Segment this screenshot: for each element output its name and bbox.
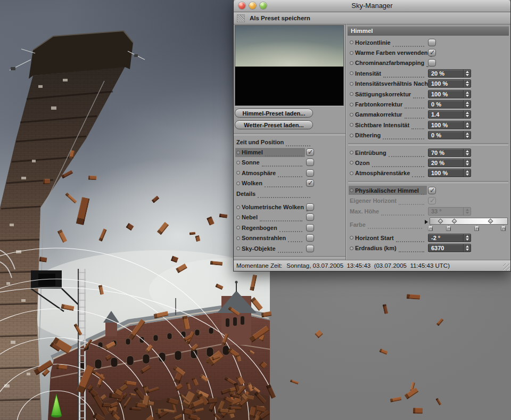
arrow-up-icon[interactable] xyxy=(466,112,469,114)
arrow-down-icon[interactable] xyxy=(466,105,469,107)
warme-farben-verwenden-checkbox[interactable] xyxy=(428,49,436,56)
arrow-up-icon[interactable] xyxy=(466,122,469,125)
physikalischer-himmel-checkbox[interactable] xyxy=(428,187,436,194)
farbtonkorrektur-stepper[interactable]: 0 % xyxy=(428,100,471,109)
load-weather-preset-button[interactable]: Wetter-Preset laden... xyxy=(235,120,313,129)
stepper-arrows[interactable] xyxy=(463,101,471,108)
param-row-farbtonkorrektur[interactable]: Farbtonkorrektur0 % xyxy=(347,99,509,109)
arrow-down-icon[interactable] xyxy=(466,126,469,128)
saettigungskorrektur-stepper[interactable]: 100 % xyxy=(428,90,471,98)
param-row-intensitaet[interactable]: Intensität20 % xyxy=(347,68,509,78)
expand-arrow-icon[interactable] xyxy=(425,220,428,224)
horizontlinie-checkbox[interactable] xyxy=(428,39,436,46)
resize-grip[interactable] xyxy=(503,263,510,270)
horizont-start-stepper[interactable]: -2 ° xyxy=(428,234,471,242)
param-row-horizont-start[interactable]: Horizont Start-2 ° xyxy=(347,233,509,243)
nebel-checkbox[interactable] xyxy=(306,213,314,221)
param-row-warme-farben-verwenden[interactable]: Warme Farben verwenden xyxy=(347,47,509,57)
stepper-arrows[interactable] xyxy=(463,169,471,177)
param-row-intensitaetsverhaeltnis-nacht[interactable]: Intensitätsverhältnis Nacht100 % xyxy=(347,79,509,89)
arrow-up-icon[interactable] xyxy=(466,160,469,162)
sonne-checkbox[interactable] xyxy=(306,159,314,166)
erdradius-stepper[interactable]: 6370 xyxy=(428,244,471,252)
gammakorrektur-stepper[interactable]: 1.4 xyxy=(428,110,471,119)
arrow-up-icon[interactable] xyxy=(466,150,469,152)
param-row-max-hoehe[interactable]: Max. Höhe33 ° xyxy=(347,206,509,216)
sidebar-item-regenbogen[interactable]: Regenbogen xyxy=(234,223,345,233)
arrow-up-icon[interactable] xyxy=(466,133,469,135)
atmosphaerenstaerke-stepper[interactable]: 100 % xyxy=(428,169,471,177)
param-row-physikalischer-himmel[interactable]: Physikalischer Himmel xyxy=(347,185,509,195)
eintruebung-stepper[interactable]: 70 % xyxy=(428,149,471,157)
sidebar-item-sonne[interactable]: Sonne xyxy=(234,158,345,168)
param-row-chrominanzfarbmapping[interactable]: Chrominanzfarbmapping xyxy=(347,58,509,68)
close-button[interactable] xyxy=(238,2,245,9)
param-row-sichtbare-intensitaet[interactable]: Sichtbare Intensität100 % xyxy=(347,120,509,130)
param-row-eintruebung[interactable]: Eintrübung70 % xyxy=(347,147,509,158)
sidebar-item-zeit-und-position[interactable]: Zeit und Position xyxy=(234,137,345,147)
chrominanzfarbmapping-checkbox[interactable] xyxy=(428,59,436,67)
minimize-button[interactable] xyxy=(249,2,256,9)
arrow-up-icon[interactable] xyxy=(466,102,469,104)
param-row-dithering[interactable]: Dithering0 % xyxy=(347,130,509,141)
gradient-marker-icon[interactable] xyxy=(488,219,493,224)
gradient-marker-icon[interactable] xyxy=(438,219,443,224)
stepper-arrows[interactable] xyxy=(463,159,471,167)
sidebar-item-atmosphaere[interactable]: Atmosphäre xyxy=(234,168,345,178)
gradient-marker-icon[interactable] xyxy=(451,219,457,224)
gradient-knot-handle[interactable] xyxy=(501,225,506,231)
sichtbare-intensitaet-stepper[interactable]: 100 % xyxy=(428,121,471,129)
ozon-stepper[interactable]: 20 % xyxy=(428,159,471,167)
save-preset-button[interactable]: Als Preset speichern xyxy=(250,15,310,21)
arrow-down-icon[interactable] xyxy=(466,115,469,117)
param-row-saettigungskorrektur[interactable]: Sättigungskorrektur100 % xyxy=(347,89,509,99)
stepper-arrows[interactable] xyxy=(463,131,471,139)
gradient-knot-handle[interactable] xyxy=(474,225,479,231)
param-row-eigener-horizont[interactable]: Eigener Horizont xyxy=(347,195,509,205)
gradient-bar[interactable] xyxy=(430,218,508,225)
arrow-down-icon[interactable] xyxy=(466,249,469,251)
arrow-up-icon[interactable] xyxy=(466,235,469,237)
arrow-down-icon[interactable] xyxy=(466,238,469,241)
sidebar-item-wolken[interactable]: Wolken xyxy=(234,178,345,188)
stepper-arrows[interactable] xyxy=(463,90,471,98)
volumetrische-wolken-checkbox[interactable] xyxy=(306,203,314,211)
param-row-atmosphaerenstaerke[interactable]: Atmosphärenstärke100 % xyxy=(347,168,509,178)
himmel-checkbox[interactable] xyxy=(306,149,314,156)
param-row-farbe[interactable]: Farbe xyxy=(347,216,509,233)
sonnenstrahlen-checkbox[interactable] xyxy=(306,234,314,242)
load-sky-preset-button[interactable]: Himmel-Preset laden... xyxy=(235,109,313,118)
wolken-checkbox[interactable] xyxy=(306,179,314,187)
param-row-horizontlinie[interactable]: Horizontlinie xyxy=(347,37,509,47)
sidebar-item-himmel[interactable]: Himmel xyxy=(234,147,345,157)
param-row-erdradius[interactable]: Erdradius (km)6370 xyxy=(347,243,509,253)
intensitaetsverhaeltnis-nacht-stepper[interactable]: 100 % xyxy=(428,79,471,88)
stepper-arrows[interactable] xyxy=(463,121,471,129)
arrow-down-icon[interactable] xyxy=(466,153,469,155)
zoom-button[interactable] xyxy=(260,2,267,9)
sidebar-item-sonnenstrahlen[interactable]: Sonnenstrahlen xyxy=(234,233,345,243)
arrow-up-icon[interactable] xyxy=(466,81,469,83)
gradient-knot-handle[interactable] xyxy=(428,225,433,231)
regenbogen-checkbox[interactable] xyxy=(306,224,314,232)
sidebar-item-volumetrische-wolken[interactable]: Volumetrische Wolken xyxy=(234,202,345,212)
sidebar-item-sky-objekte[interactable]: Sky-Objekte xyxy=(234,243,345,253)
arrow-down-icon[interactable] xyxy=(466,74,469,76)
stepper-arrows[interactable] xyxy=(463,149,471,157)
stepper-arrows[interactable] xyxy=(463,70,471,77)
sky-objekte-checkbox[interactable] xyxy=(306,245,314,252)
arrow-down-icon[interactable] xyxy=(466,163,469,166)
title-bar[interactable]: Sky-Manager xyxy=(234,0,510,12)
gradient-knot-handle[interactable] xyxy=(446,225,451,231)
sidebar-item-nebel[interactable]: Nebel xyxy=(234,212,345,223)
param-row-ozon[interactable]: Ozon20 % xyxy=(347,158,509,168)
drag-grip-icon[interactable] xyxy=(237,14,245,22)
stepper-arrows[interactable] xyxy=(463,111,471,118)
stepper-arrows[interactable] xyxy=(463,234,471,242)
arrow-down-icon[interactable] xyxy=(466,84,469,86)
sidebar-item-details[interactable]: Details xyxy=(234,188,345,199)
arrow-down-icon[interactable] xyxy=(466,136,469,138)
arrow-down-icon[interactable] xyxy=(466,174,469,176)
arrow-up-icon[interactable] xyxy=(466,92,469,94)
intensitaet-stepper[interactable]: 20 % xyxy=(428,69,471,78)
